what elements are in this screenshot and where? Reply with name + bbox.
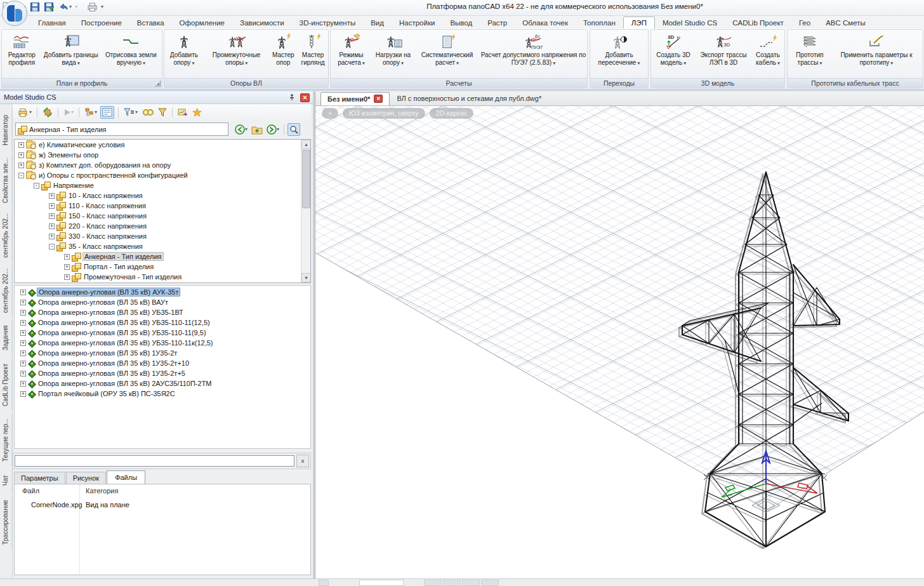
search-input[interactable] bbox=[15, 455, 294, 467]
tree-item[interactable]: +330 - Класс напряжения bbox=[15, 231, 310, 241]
vtab-september-1[interactable]: сентябрь 202... bbox=[0, 210, 12, 262]
add-crossing-button[interactable]: Добавить пересечение bbox=[591, 32, 647, 68]
scroll-down-icon[interactable]: ▼ bbox=[301, 273, 311, 283]
list-item[interactable]: +Опора анкерно-угловая (ВЛ 35 кВ) УБ35-1… bbox=[15, 307, 310, 317]
expander-icon[interactable]: + bbox=[20, 361, 26, 366]
save-as-icon[interactable] bbox=[43, 1, 55, 13]
pin-icon[interactable] bbox=[287, 93, 296, 102]
expander-icon[interactable]: + bbox=[20, 320, 26, 326]
ribbon-tab[interactable]: Построение bbox=[74, 17, 129, 29]
tree-item[interactable]: -Напряжение bbox=[15, 180, 310, 190]
tree-item[interactable]: -35 - Класс напряжения bbox=[15, 241, 310, 251]
tree-options-icon[interactable]: ▾ bbox=[83, 106, 98, 119]
list-item[interactable]: +Опора анкерно-угловая (ВЛ 35 кВ) 1У35-2… bbox=[15, 368, 310, 378]
intermediate-towers-button[interactable]: Промежуточные опоры bbox=[204, 32, 269, 68]
filter-equals-icon[interactable]: ▾ bbox=[122, 107, 139, 118]
tree-item-selected[interactable]: +Анкерная - Тип изделия bbox=[15, 251, 310, 262]
pin-search-icon[interactable] bbox=[287, 123, 300, 136]
vtab-september-2[interactable]: сентябрь 202... bbox=[0, 265, 12, 317]
list-item[interactable]: +Опора анкерно-угловая (ВЛ 35 кВ) 2АУС35… bbox=[15, 378, 310, 389]
tab-files[interactable]: Файлы bbox=[107, 470, 145, 484]
funnel-icon[interactable] bbox=[157, 107, 168, 118]
tree-item[interactable]: +е) Климатические условия bbox=[15, 140, 310, 150]
list-item[interactable]: +Опора анкерно-угловая (ВЛ 35 кВ) 1У35-2… bbox=[15, 348, 310, 358]
ribbon-tab[interactable]: Главная bbox=[30, 17, 74, 29]
expander-icon[interactable]: + bbox=[64, 264, 70, 270]
create-3d-model-button[interactable]: 3D Создать 3D модель bbox=[651, 32, 696, 68]
expander-icon[interactable]: - bbox=[34, 183, 39, 189]
ribbon-tab[interactable]: Настройки bbox=[392, 17, 442, 29]
ribbon-tab[interactable]: CADLib Проект bbox=[725, 17, 791, 29]
dialog-launcher-icon[interactable] bbox=[155, 81, 161, 86]
expander-icon[interactable]: + bbox=[64, 274, 70, 280]
layout-tab-stub[interactable] bbox=[481, 580, 499, 586]
tree-scrollbar[interactable]: ▲ ▼ bbox=[301, 140, 310, 283]
expander-icon[interactable]: + bbox=[18, 142, 24, 148]
close-icon[interactable]: ✕ bbox=[300, 93, 310, 102]
vtab-navigator[interactable]: Навигатор bbox=[0, 109, 12, 151]
expander-icon[interactable]: + bbox=[20, 371, 26, 376]
viewport[interactable]: + ЮЗ изометрия, сверху 2D-каркас bbox=[315, 106, 924, 578]
ribbon-tab[interactable]: Оформление bbox=[172, 17, 232, 29]
expander-icon[interactable]: + bbox=[18, 163, 24, 168]
ribbon-tab[interactable]: Вывод bbox=[442, 17, 480, 29]
table-cell-file[interactable]: CornerNode.xpg bbox=[31, 501, 82, 509]
folder-up-icon[interactable] bbox=[250, 123, 264, 136]
breadcrumb[interactable]: Анкерная - Тип изделия bbox=[15, 123, 228, 136]
list-item[interactable]: +Опора анкерно-угловая (ВЛ 35 кВ) 1У35-2… bbox=[15, 358, 310, 368]
list-item[interactable]: +Опора анкерно-угловая (ВЛ 35 кВ) УБ35-1… bbox=[15, 317, 310, 328]
ribbon-tab[interactable]: Топоплан bbox=[576, 17, 623, 29]
db-sync-icon[interactable] bbox=[41, 106, 54, 119]
document-tab-active[interactable]: Без имени0* ✕ bbox=[320, 92, 390, 105]
model-canvas[interactable] bbox=[315, 106, 924, 578]
expander-icon[interactable]: + bbox=[20, 300, 26, 305]
document-tab[interactable]: ВЛ с поверхностью и сетками для публ.dwg… bbox=[390, 92, 548, 105]
expander-icon[interactable]: + bbox=[18, 152, 24, 158]
expander-icon[interactable]: + bbox=[20, 330, 26, 336]
expander-icon[interactable]: + bbox=[20, 381, 26, 387]
list-item[interactable]: +Опора анкерно-угловая (ВЛ 35 кВ) ВАУт bbox=[15, 297, 310, 307]
viewport-add-button[interactable]: + bbox=[322, 108, 338, 119]
tree-item[interactable]: +Промежуточная - Тип изделия bbox=[15, 272, 310, 282]
ribbon-tab[interactable]: Облака точек bbox=[515, 17, 576, 29]
find-icon[interactable] bbox=[141, 107, 155, 118]
layout-tab-stub[interactable] bbox=[359, 580, 404, 586]
favorites-star-icon[interactable] bbox=[191, 107, 203, 118]
transmission-tower-model[interactable] bbox=[679, 172, 848, 549]
app-logo-icon[interactable] bbox=[2, 1, 27, 26]
export-lep-3d-button[interactable]: 3D Экспорт трассы ЛЭП в 3D bbox=[696, 32, 751, 67]
card-view-icon[interactable] bbox=[100, 106, 114, 119]
expander-icon[interactable]: + bbox=[20, 391, 26, 397]
ribbon-tab[interactable]: ABC Сметы bbox=[818, 17, 873, 29]
expander-icon[interactable]: + bbox=[49, 234, 55, 239]
column-header-file[interactable]: Файл bbox=[22, 487, 39, 495]
tree-item[interactable]: -и) Опоры с пространственной конфигураци… bbox=[15, 170, 310, 180]
add-view-borders-button[interactable]: Добавить границы вида bbox=[43, 32, 100, 68]
tab-parameters[interactable]: Параметры bbox=[14, 472, 65, 484]
systematic-calc-button[interactable]: Систематический расчет bbox=[415, 32, 480, 68]
ribbon-tab[interactable]: 3D-инструменты bbox=[292, 17, 363, 29]
print-icon[interactable] bbox=[86, 1, 98, 13]
list-item[interactable]: +Опора анкерно-угловая (ВЛ 35 кВ) УБ35-1… bbox=[15, 338, 310, 348]
scroll-up-icon[interactable]: ▲ bbox=[301, 140, 311, 149]
create-cable-button[interactable]: Создать кабель bbox=[751, 32, 784, 68]
tower-loads-button[interactable]: Нагрузки на опору bbox=[373, 32, 414, 68]
layout-tab-stub[interactable] bbox=[462, 580, 480, 586]
layout-tab-stub[interactable] bbox=[424, 580, 442, 586]
expander-icon[interactable]: + bbox=[49, 213, 55, 219]
tree-item[interactable]: +110 - Класс напряжения bbox=[15, 201, 310, 211]
vtab-cadlib-project[interactable]: CadLib Проект bbox=[0, 359, 12, 411]
expander-icon[interactable]: + bbox=[64, 254, 70, 260]
expander-icon[interactable]: - bbox=[49, 244, 55, 250]
visual-style-button[interactable]: 2D-каркас bbox=[430, 108, 473, 119]
tree-item[interactable]: +з) Комплект доп. оборудования на опору bbox=[15, 160, 310, 170]
tower-master-button[interactable]: Мастер опор bbox=[269, 32, 297, 67]
close-document-icon[interactable]: ✕ bbox=[374, 95, 383, 103]
ribbon-tab[interactable]: Зависимости bbox=[232, 17, 292, 29]
list-item[interactable]: +Портал ячейковый (ОРУ 35 кВ) ПС-35Я2С bbox=[15, 389, 310, 399]
table-cell-category[interactable]: Вид на плане bbox=[86, 501, 129, 509]
ribbon-tab[interactable]: Model Studio CS bbox=[655, 17, 725, 29]
apply-prototype-params-button[interactable]: Применить параметры к прототипу bbox=[831, 32, 921, 68]
ribbon-tab-lep[interactable]: ЛЭП bbox=[623, 17, 655, 29]
export-image-icon[interactable] bbox=[176, 107, 189, 118]
